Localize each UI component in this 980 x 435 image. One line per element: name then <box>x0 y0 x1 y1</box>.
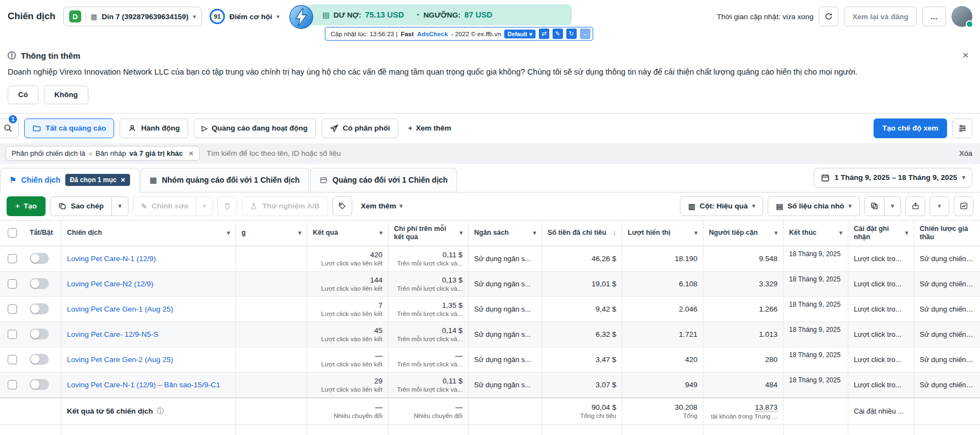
tab-ads[interactable]: Quảng cáo đối với 1 Chiến dịch <box>310 168 457 192</box>
filter-all-ads[interactable]: Tất cả quảng cáo <box>24 118 114 138</box>
campaign-toggle[interactable] <box>30 278 49 289</box>
campaign-toggle[interactable] <box>30 354 49 365</box>
header-bid-strategy[interactable]: Chiến lược giá thầu <box>914 221 980 246</box>
row-checkbox[interactable] <box>8 355 17 364</box>
header-end[interactable]: Kết thúc▾ <box>784 221 848 246</box>
table-row: Loving Pet Care- 12/9-N5-S 45Lượt click … <box>0 322 980 347</box>
tag-button[interactable] <box>333 196 352 216</box>
header-cost-per-result[interactable]: Chi phí trên mỗi kết quả▾ <box>388 221 469 246</box>
clear-selection-icon[interactable]: ✕ <box>120 177 125 184</box>
bills-icon: ▤ <box>323 10 330 19</box>
duplicate-button[interactable]: Sao chép <box>50 196 112 216</box>
table-row: Loving Pet Care-N-1 (12/9) 420Lượt click… <box>0 246 980 272</box>
header-amount-spent[interactable]: Số tiền đã chi tiêu↓ <box>542 221 622 246</box>
edit-button[interactable]: ✎ Chỉnh sửa <box>133 196 196 216</box>
clear-filters-link[interactable]: Xóa <box>959 149 972 157</box>
edit-options-caret[interactable]: ▾ <box>196 196 213 216</box>
view-settings-button[interactable] <box>953 118 972 138</box>
selected-count-badge[interactable]: Đã chọn 1 mục ✕ <box>65 174 130 186</box>
reports-button[interactable] <box>864 196 885 216</box>
close-icon[interactable]: ✕ <box>962 50 969 60</box>
search-button[interactable]: 1 <box>0 118 19 138</box>
chart-button[interactable] <box>954 196 973 216</box>
swap-icon[interactable]: ⇄ <box>539 29 549 39</box>
campaign-toggle[interactable] <box>30 329 49 340</box>
totals-reach[interactable]: 13.873 <box>755 403 778 412</box>
header-reach[interactable]: Người tiếp cận▾ <box>703 221 784 246</box>
search-icon <box>3 123 13 133</box>
create-button[interactable]: + Tạo <box>7 196 46 216</box>
minimize-icon[interactable]: – <box>580 29 590 39</box>
campaign-toggle[interactable] <box>30 379 49 390</box>
refresh-button[interactable] <box>819 7 838 26</box>
table-row: Loving Pet Care Gen-1 (Aug 25) 7Lượt cli… <box>0 297 980 322</box>
chip-extra: và 7 giá trị khác <box>129 149 183 157</box>
filter-has-delivery[interactable]: Có phân phối <box>322 118 398 138</box>
filter-actions[interactable]: Hành động <box>120 118 188 138</box>
balance-banner: ▤ DƯ NỢ: 75.13 USD ◔ NGƯỠNG: 87 USD <box>308 4 572 25</box>
see-more-filters[interactable]: + Xem thêm <box>404 124 455 132</box>
avatar-badge <box>966 20 973 28</box>
refresh-icon[interactable]: ↻ <box>566 29 577 39</box>
ab-test-button[interactable]: Thử nghiệm A/B <box>241 196 328 216</box>
score-label: Điểm cơ hội <box>229 13 272 21</box>
campaign-link[interactable]: Loving Pet Care-N2 (12/9) <box>67 280 154 288</box>
header-attribution[interactable]: Cài đặt ghi nhận▾ <box>848 221 914 246</box>
adscheck-updated-text: Cập nhật lúc: 13:56:23 | <box>331 31 398 37</box>
breakdown-dropdown[interactable]: ▤ Số liệu chia nhỏ ▾ <box>768 196 860 216</box>
ad-page-icon <box>319 176 328 184</box>
campaign-toggle[interactable] <box>30 303 49 314</box>
bid-strategy-cell: Sử dụng chiến l... <box>914 272 980 297</box>
tab-adsets[interactable]: ▦ Nhóm quảng cáo đối với 1 Chiến dịch <box>140 168 309 192</box>
header-results[interactable]: Kết quả▾ <box>307 221 388 246</box>
flag-icon: ⚑ <box>9 176 16 184</box>
date-range-picker[interactable]: 1 Tháng 9, 2025 – 18 Tháng 9, 2025 ▾ <box>814 168 972 188</box>
campaign-link[interactable]: Loving Pet Care-N-1 (12/9) – Bản sao-15/… <box>67 381 220 389</box>
filter-label: Tất cả quảng cáo <box>46 124 106 132</box>
header-partial[interactable]: g▾ <box>236 221 307 246</box>
campaign-link[interactable]: Loving Pet Care Gen-2 (Aug 25) <box>67 355 173 364</box>
no-button[interactable]: Không <box>44 86 88 104</box>
campaign-link[interactable]: Loving Pet Care-N-1 (12/9) <box>67 255 156 263</box>
create-view-button[interactable]: Tạo chế độ xem <box>874 118 947 138</box>
header-impressions[interactable]: Lượt hiển thị▾ <box>622 221 703 246</box>
campaign-link[interactable]: Loving Pet Care Gen-1 (Aug 25) <box>67 305 173 313</box>
remove-filter-icon[interactable]: ✕ <box>188 150 194 157</box>
duplicate-options-caret[interactable]: ▾ <box>112 196 128 216</box>
yes-button[interactable]: Có <box>8 86 38 104</box>
filter-label: Có phân phối <box>343 124 390 132</box>
adscheck-default-dropdown[interactable]: Default▾ <box>504 30 536 38</box>
sort-desc-icon: ↓ <box>613 229 617 237</box>
header-campaign[interactable]: Chiến dịch▾ <box>61 221 236 246</box>
info-icon: ⓘ <box>8 50 16 61</box>
row-checkbox[interactable] <box>8 304 17 314</box>
row-checkbox[interactable] <box>8 279 17 289</box>
reports-caret[interactable]: ▾ <box>885 196 901 216</box>
info-icon: ⓘ <box>157 406 164 416</box>
more-options-button[interactable]: … <box>922 7 947 26</box>
columns-dropdown[interactable]: ▥ Cột: Hiệu quả ▾ <box>680 196 763 216</box>
export-button[interactable] <box>905 196 925 216</box>
campaign-link[interactable]: Loving Pet Care- 12/9-N5-S <box>67 330 159 338</box>
filter-active-ads[interactable]: ▷ Quảng cáo đang hoạt động <box>194 118 316 138</box>
filter-search-input[interactable] <box>206 149 953 157</box>
avatar[interactable] <box>951 6 972 27</box>
row-checkbox[interactable] <box>8 254 17 263</box>
chevron-down-icon: ▾ <box>277 14 280 20</box>
campaign-toggle[interactable] <box>30 253 49 264</box>
delivery-filter-chip[interactable]: Phân phối chiến dịch là ○ Bản nháp và 7 … <box>5 146 200 161</box>
row-checkbox[interactable] <box>8 380 17 389</box>
export-options-caret[interactable]: ▾ <box>930 196 949 216</box>
opportunity-score-dropdown[interactable]: 91 Điểm cơ hội ▾ <box>210 9 279 24</box>
header-budget[interactable]: Ngân sách▾ <box>469 221 542 246</box>
edit-icon[interactable]: ✎ <box>553 29 563 39</box>
tab-campaigns[interactable]: ⚑ Chiến dịch Đã chọn 1 mục ✕ <box>0 168 139 192</box>
review-publish-button[interactable]: Xem lại và đăng <box>844 7 916 26</box>
delete-button[interactable] <box>217 196 237 216</box>
toolbar-see-more[interactable]: Xem thêm ▾ <box>357 202 407 210</box>
date-range-label: 1 Tháng 9, 2025 – 18 Tháng 9, 2025 <box>835 173 958 182</box>
row-checkbox[interactable] <box>8 330 17 339</box>
account-selector[interactable]: D ▦ Din 7 (392879639634159) ▾ <box>63 7 202 26</box>
attribution-cell: Lượt click tro... <box>848 246 914 272</box>
select-all-checkbox[interactable] <box>8 228 17 238</box>
